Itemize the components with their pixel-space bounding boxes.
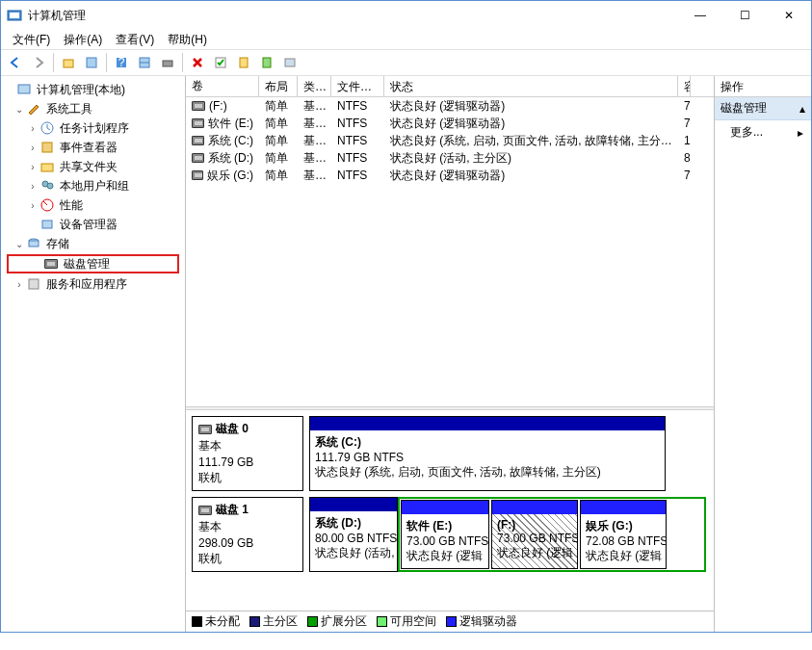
action-group-diskmgmt[interactable]: 磁盘管理 ▴ <box>715 97 811 120</box>
disk-info[interactable]: 磁盘 1基本298.09 GB联机 <box>192 497 303 572</box>
cell-type: 基本 <box>298 132 331 150</box>
horizontal-scrollbar[interactable] <box>186 391 714 406</box>
tree-taskscheduler[interactable]: › 任务计划程序 <box>3 118 183 138</box>
chevron-down-icon[interactable]: ⌄ <box>13 104 26 115</box>
disk-icon <box>198 425 212 434</box>
table-row[interactable]: 系统 (C:)简单基本NTFS状态良好 (系统, 启动, 页面文件, 活动, 故… <box>186 132 714 149</box>
disk-name: 磁盘 0 <box>198 421 297 437</box>
partition-info: 72.08 GB NTFS <box>586 534 661 548</box>
legend-logical: 逻辑驱动器 <box>446 613 517 630</box>
cell-status: 状态良好 (逻辑驱动器) <box>384 97 678 116</box>
layout-button[interactable] <box>134 52 155 73</box>
minimize-button[interactable]: — <box>678 1 722 30</box>
settings-icon[interactable] <box>157 52 178 73</box>
partition-info: 73.00 GB NTFS <box>497 532 572 545</box>
extended-partition[interactable]: 软件 (E:)73.00 GB NTFS状态良好 (逻辑(F:)73.00 GB… <box>398 497 706 572</box>
menubar: 文件(F) 操作(A) 查看(V) 帮助(H) <box>1 30 811 49</box>
chevron-down-icon[interactable]: ⌄ <box>13 239 26 249</box>
tree-localusers[interactable]: › 本地用户和组 <box>3 176 183 195</box>
disk-panel: 磁盘 0基本111.79 GB联机系统 (C:)111.79 GB NTFS状态… <box>186 410 714 632</box>
cell-rest: 8 <box>678 150 690 166</box>
cell-fs: NTFS <box>331 98 384 114</box>
chevron-right-icon[interactable]: › <box>26 143 39 153</box>
col-filesystem[interactable]: 文件系统 <box>331 76 384 96</box>
up-button[interactable] <box>58 52 79 73</box>
refresh-icon[interactable] <box>256 52 277 73</box>
chevron-right-icon[interactable]: › <box>26 123 39 134</box>
computer-icon <box>16 82 32 97</box>
cell-type: 基本 <box>298 149 331 168</box>
disk-size: 298.09 GB <box>198 536 297 550</box>
tree-sharedfolders[interactable]: › 共享文件夹 <box>3 157 183 176</box>
services-icon <box>26 276 41 292</box>
tree-label: 系统工具 <box>44 100 94 118</box>
check-icon[interactable] <box>210 52 231 73</box>
cell-layout: 简单 <box>259 115 298 133</box>
cell-layout: 简单 <box>259 167 298 185</box>
chevron-right-icon[interactable]: › <box>26 181 39 192</box>
cell-volume: 软件 (E:) <box>186 115 259 133</box>
partition[interactable]: 软件 (E:)73.00 GB NTFS状态良好 (逻辑 <box>401 500 489 569</box>
col-volume[interactable]: 卷 <box>186 76 259 96</box>
maximize-button[interactable]: ☐ <box>722 1 767 30</box>
col-layout[interactable]: 布局 <box>259 76 298 96</box>
cell-status: 状态良好 (活动, 主分区) <box>384 149 678 168</box>
properties-button[interactable] <box>81 52 102 73</box>
table-row[interactable]: 娱乐 (G:)简单基本NTFS状态良好 (逻辑驱动器)7 <box>186 167 714 184</box>
svg-rect-22 <box>29 241 39 247</box>
partition[interactable]: 系统 (D:)80.00 GB NTFS状态良好 (活动, <box>309 497 398 572</box>
chevron-right-icon[interactable]: › <box>26 200 39 211</box>
table-row[interactable]: (F:)简单基本NTFS状态良好 (逻辑驱动器)7 <box>186 97 714 115</box>
menu-help[interactable]: 帮助(H) <box>162 31 213 49</box>
action-label: 更多... <box>730 124 763 141</box>
disk-info[interactable]: 磁盘 0基本111.79 GB联机 <box>192 416 303 491</box>
disk-type: 基本 <box>198 519 297 535</box>
menu-view[interactable]: 查看(V) <box>110 31 160 49</box>
tree-systools[interactable]: ⌄ 系统工具 <box>3 99 183 118</box>
back-button[interactable] <box>5 52 26 73</box>
svg-text:?: ? <box>118 56 125 69</box>
col-type[interactable]: 类型 <box>298 76 331 96</box>
delete-icon[interactable] <box>187 52 208 73</box>
svg-rect-1 <box>10 13 19 18</box>
chevron-right-icon[interactable]: › <box>13 279 26 290</box>
clock-icon <box>39 120 55 136</box>
menu-action[interactable]: 操作(A) <box>58 31 108 49</box>
partition[interactable]: 娱乐 (G:)72.08 GB NTFS状态良好 (逻辑 <box>580 500 667 569</box>
col-capacity[interactable]: 容 <box>678 76 691 96</box>
chevron-right-icon[interactable]: › <box>26 162 39 172</box>
volume-icon <box>192 170 203 180</box>
actions-body: 磁盘管理 ▴ 更多... ▸ <box>715 97 811 632</box>
legend-extended: 扩展分区 <box>307 613 367 630</box>
center-panel: 卷 布局 类型 文件系统 状态 容 (F:)简单基本NTFS状态良好 (逻辑驱动… <box>186 76 715 632</box>
listview-body[interactable]: (F:)简单基本NTFS状态良好 (逻辑驱动器)7 软件 (E:)简单基本NTF… <box>186 97 714 391</box>
disk-size: 111.79 GB <box>198 455 297 469</box>
action-more[interactable]: 更多... ▸ <box>715 120 811 144</box>
volume-icon <box>192 118 204 128</box>
partition-body: 系统 (D:)80.00 GB NTFS状态良好 (活动, <box>310 511 397 571</box>
tree-root[interactable]: 计算机管理(本地) <box>3 80 183 99</box>
tree-devmgr[interactable]: 设备管理器 <box>3 215 183 234</box>
col-status[interactable]: 状态 <box>384 76 678 96</box>
tree-diskmgmt[interactable]: 磁盘管理 <box>7 254 179 273</box>
new-icon[interactable] <box>233 52 254 73</box>
table-row[interactable]: 系统 (D:)简单基本NTFS状态良好 (活动, 主分区)8 <box>186 149 714 167</box>
partition-state: 状态良好 (活动, <box>315 545 392 561</box>
tree-storage[interactable]: ⌄ 存储 <box>3 234 183 253</box>
partition[interactable]: (F:)73.00 GB NTFS状态良好 (逻辑 <box>491 500 578 569</box>
tree-services[interactable]: › 服务和应用程序 <box>3 274 183 294</box>
tree-label: 服务和应用程序 <box>44 275 129 294</box>
list-icon[interactable] <box>279 52 301 73</box>
close-button[interactable]: ✕ <box>767 1 811 30</box>
cell-layout: 简单 <box>259 132 298 150</box>
tree-label: 性能 <box>58 196 85 215</box>
disk-icon <box>198 506 212 515</box>
forward-button[interactable] <box>28 52 49 73</box>
help-icon[interactable]: ? <box>111 52 132 73</box>
table-row[interactable]: 软件 (E:)简单基本NTFS状态良好 (逻辑驱动器)7 <box>186 115 714 132</box>
tree-perf[interactable]: › 性能 <box>3 195 183 215</box>
partition[interactable]: 系统 (C:)111.79 GB NTFS状态良好 (系统, 启动, 页面文件,… <box>309 416 666 491</box>
svg-rect-13 <box>18 85 30 93</box>
menu-file[interactable]: 文件(F) <box>7 31 56 49</box>
tree-eventviewer[interactable]: › 事件查看器 <box>3 138 183 157</box>
